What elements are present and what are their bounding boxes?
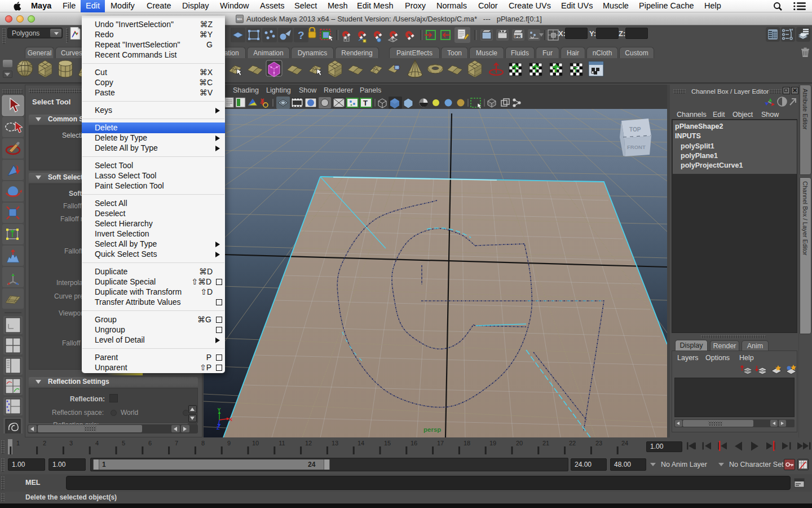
svg-text:IPR: IPR	[514, 34, 521, 38]
svg-text:7: 7	[175, 440, 178, 446]
svg-text:1: 1	[16, 440, 20, 446]
svg-text:FRONT: FRONT	[627, 144, 646, 150]
svg-text:22: 22	[569, 440, 576, 446]
svg-text:T: T	[553, 66, 558, 74]
svg-text:13: 13	[332, 440, 338, 446]
svg-text:?: ?	[298, 29, 304, 41]
svg-text:persp: persp	[423, 426, 441, 433]
svg-text:5: 5	[122, 440, 125, 446]
svg-text:X: X	[229, 417, 232, 422]
svg-text:24: 24	[621, 440, 628, 446]
svg-text:T: T	[573, 66, 578, 74]
svg-text:14: 14	[358, 440, 364, 446]
svg-text:2: 2	[43, 440, 46, 446]
svg-text:TOP: TOP	[629, 126, 641, 133]
svg-text:4: 4	[95, 440, 99, 446]
svg-text:16: 16	[411, 440, 417, 446]
svg-text:T: T	[363, 99, 368, 107]
svg-text:9: 9	[227, 440, 231, 446]
svg-text:15: 15	[384, 440, 391, 446]
svg-text:18: 18	[464, 440, 470, 446]
svg-text:19: 19	[489, 440, 496, 446]
svg-text:12: 12	[305, 440, 312, 446]
svg-text:11: 11	[279, 440, 285, 446]
svg-text:Z: Z	[217, 425, 220, 431]
svg-text:8: 8	[201, 440, 205, 446]
svg-text:6: 6	[148, 440, 152, 446]
svg-text:10: 10	[252, 440, 259, 446]
svg-text:20: 20	[516, 440, 523, 446]
svg-text:23: 23	[595, 440, 602, 446]
svg-text:21: 21	[542, 440, 549, 446]
svg-text:17: 17	[437, 440, 444, 446]
svg-text:3: 3	[69, 440, 73, 446]
svg-text:Y: Y	[218, 407, 221, 413]
